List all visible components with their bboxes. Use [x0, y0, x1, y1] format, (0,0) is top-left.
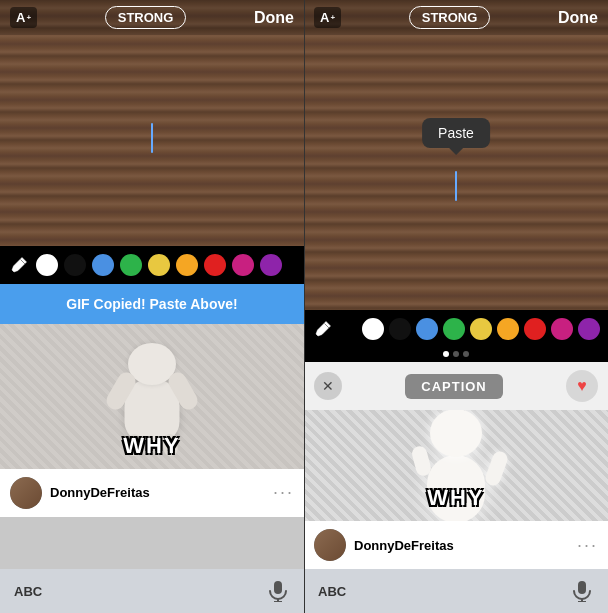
color-pink[interactable]: [232, 254, 254, 276]
left-abc-label: ABC: [14, 584, 42, 599]
paste-label: Paste: [438, 125, 474, 141]
right-color-palette: [304, 310, 608, 348]
left-editor-canvas: A+ STRONG Done: [0, 0, 304, 246]
gif-copied-text: GIF Copied! Paste Above!: [66, 296, 237, 312]
right-panel: A+ STRONG Done Paste: [304, 0, 608, 613]
color-blue[interactable]: [92, 254, 114, 276]
text-size-label: A: [16, 10, 25, 25]
left-avatar: [10, 477, 42, 509]
right-gif-image: WHY: [304, 410, 608, 521]
right-gif-section: WHY DonnyDeFreitas ···: [304, 410, 608, 569]
paste-popup[interactable]: Paste: [422, 118, 490, 148]
gif-copied-bar: GIF Copied! Paste Above!: [0, 284, 304, 324]
left-mic-icon[interactable]: [266, 579, 290, 603]
left-keyboard-bar: ABC: [0, 569, 304, 613]
right-more-button[interactable]: ···: [577, 535, 598, 556]
color-white[interactable]: [36, 254, 58, 276]
right-text-size-label: A: [320, 10, 329, 25]
right-text-cursor: [455, 171, 457, 201]
left-gif-meta: DonnyDeFreitas ···: [0, 469, 304, 517]
caption-row: ✕ CAPTION ♥: [304, 362, 608, 410]
right-abc-label: ABC: [318, 584, 346, 599]
right-done-button[interactable]: Done: [558, 9, 598, 27]
panel-divider: [304, 0, 305, 613]
left-username: DonnyDeFreitas: [50, 485, 150, 500]
left-more-button[interactable]: ···: [273, 482, 294, 503]
text-size-button[interactable]: A+: [10, 7, 37, 28]
right-mic-icon[interactable]: [570, 579, 594, 603]
done-button[interactable]: Done: [254, 9, 294, 27]
svg-rect-5: [578, 581, 586, 594]
right-color-orange[interactable]: [497, 318, 519, 340]
left-gif-card: WHY DonnyDeFreitas ···: [0, 324, 304, 570]
left-editor-bar: A+ STRONG Done: [0, 0, 304, 35]
right-keyboard-bar: ABC: [304, 569, 608, 613]
heart-button[interactable]: ♥: [566, 370, 598, 402]
left-gif-image: WHY: [0, 324, 304, 469]
right-pencil-icon[interactable]: [312, 318, 334, 340]
dot-1: [443, 351, 449, 357]
right-color-pink[interactable]: [551, 318, 573, 340]
dot-3: [463, 351, 469, 357]
right-gif-meta: DonnyDeFreitas ···: [304, 521, 608, 569]
right-color-white[interactable]: [362, 318, 384, 340]
right-text-size-button[interactable]: A+: [314, 7, 341, 28]
right-color-green[interactable]: [443, 318, 465, 340]
color-yellow[interactable]: [148, 254, 170, 276]
right-username: DonnyDeFreitas: [354, 538, 454, 553]
left-panel: A+ STRONG Done GIF Copied! Paste Above!: [0, 0, 304, 613]
color-purple[interactable]: [260, 254, 282, 276]
right-color-red[interactable]: [524, 318, 546, 340]
left-gif-why-text: WHY: [0, 433, 304, 459]
strong-button[interactable]: STRONG: [105, 6, 187, 29]
right-color-blue[interactable]: [416, 318, 438, 340]
color-black[interactable]: [64, 254, 86, 276]
caption-button[interactable]: CAPTION: [405, 374, 503, 399]
right-editor-bar: A+ STRONG Done: [304, 0, 608, 35]
right-gif-why-text: WHY: [304, 485, 608, 511]
right-editor-canvas: A+ STRONG Done Paste: [304, 0, 608, 310]
svg-rect-1: [274, 581, 282, 594]
right-color-purple[interactable]: [578, 318, 600, 340]
dot-2: [453, 351, 459, 357]
color-orange[interactable]: [176, 254, 198, 276]
close-button[interactable]: ✕: [314, 372, 342, 400]
right-color-black[interactable]: [389, 318, 411, 340]
color-red[interactable]: [204, 254, 226, 276]
right-color-yellow[interactable]: [470, 318, 492, 340]
right-avatar: [314, 529, 346, 561]
right-dot-indicators: [304, 348, 608, 362]
left-color-palette: [0, 246, 304, 284]
text-cursor: [151, 123, 153, 153]
color-green[interactable]: [120, 254, 142, 276]
right-strong-button[interactable]: STRONG: [409, 6, 491, 29]
pencil-icon[interactable]: [8, 254, 30, 276]
left-gif-section: WHY DonnyDeFreitas ···: [0, 324, 304, 570]
right-palette-dots: [362, 318, 600, 340]
